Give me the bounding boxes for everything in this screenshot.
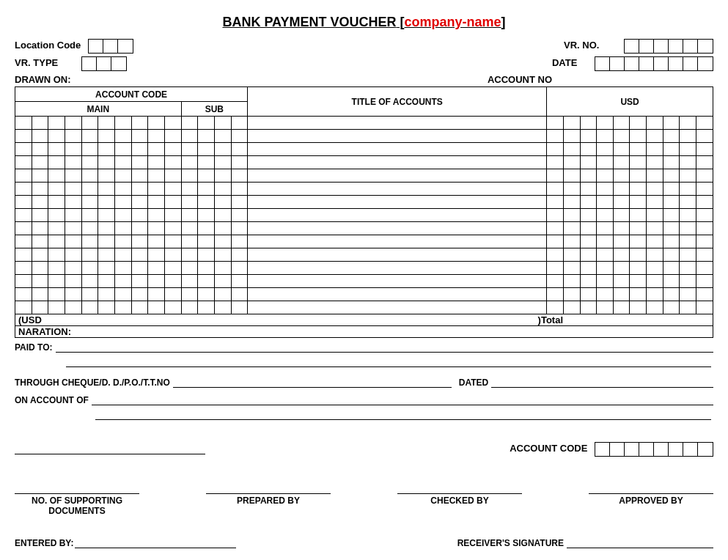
title-bracket-close: ] (501, 15, 506, 29)
prepared-by-label: PREPARED BY (206, 493, 331, 516)
through-label: THROUGH CHEQUE/D. D./P.O./T.T.NO (15, 377, 170, 388)
account-code-2-input[interactable] (595, 442, 713, 457)
table-row[interactable] (15, 156, 713, 169)
main-header: MAIN (15, 102, 182, 117)
total-label: )Total (538, 314, 563, 325)
account-code-2-label: ACCOUNT CODE (510, 443, 587, 454)
date-input[interactable] (595, 56, 713, 71)
location-code-input[interactable] (88, 39, 133, 54)
naration-label: NARATION: (15, 326, 713, 338)
approved-by-label: APPROVED BY (589, 493, 713, 516)
title-accounts-header: TITLE OF ACCOUNTS (248, 87, 547, 117)
account-no-label: ACCOUNT NO (488, 74, 552, 85)
vr-no-input[interactable] (624, 39, 713, 54)
table-row[interactable] (15, 222, 713, 235)
table-row[interactable] (15, 301, 713, 314)
title-bracket-open: [ (396, 15, 404, 29)
table-row[interactable] (15, 117, 713, 130)
table-row[interactable] (15, 169, 713, 183)
table-row[interactable] (15, 143, 713, 156)
supporting-docs-label: NO. OF SUPPORTING DOCUMENTS (15, 493, 139, 516)
company-name: company-name (404, 15, 501, 29)
dated-label: DATED (459, 377, 488, 388)
paid-to-label: PAID TO: (15, 342, 53, 353)
table-row[interactable] (15, 288, 713, 301)
table-row[interactable] (15, 130, 713, 143)
vr-no-label: VR. NO. (564, 40, 599, 51)
date-label: DATE (552, 57, 577, 68)
on-account-of-label: ON ACCOUNT OF (15, 395, 89, 405)
table-row[interactable] (15, 183, 713, 196)
table-row[interactable] (15, 196, 713, 209)
accounts-table: ACCOUNT CODE TITLE OF ACCOUNTS USD MAIN … (15, 86, 713, 314)
dated-line[interactable] (491, 377, 713, 388)
usd-header: USD (547, 87, 713, 117)
misc-line[interactable] (15, 444, 205, 454)
table-row[interactable] (15, 209, 713, 222)
entered-by-line[interactable] (75, 538, 236, 548)
through-line[interactable] (173, 377, 452, 388)
receiver-sig-label: RECEIVER'S SIGNATURE (457, 538, 564, 548)
title-main: BANK PAYMENT VOUCHER (222, 15, 396, 29)
vr-type-input[interactable] (81, 56, 127, 71)
table-row[interactable] (15, 275, 713, 288)
entered-by-label: ENTERED BY: (15, 538, 73, 548)
voucher-title: BANK PAYMENT VOUCHER [company-name] (15, 15, 713, 30)
table-row[interactable] (15, 248, 713, 262)
drawn-on-label: DRAWN ON: (15, 74, 71, 85)
account-code-header: ACCOUNT CODE (15, 87, 248, 102)
table-row[interactable] (15, 235, 713, 248)
table-row[interactable] (15, 262, 713, 275)
receiver-sig-line[interactable] (567, 538, 713, 548)
on-account-of-line-2[interactable] (95, 410, 711, 420)
paid-to-line[interactable] (56, 342, 713, 353)
location-code-label: Location Code (15, 40, 81, 51)
usd-paren-label: (USD (18, 314, 42, 325)
checked-by-label: CHECKED BY (397, 493, 522, 516)
vr-type-label: VR. TYPE (15, 57, 58, 68)
paid-to-line-2[interactable] (66, 357, 711, 367)
sub-header: SUB (181, 102, 248, 117)
on-account-of-line[interactable] (92, 395, 713, 405)
